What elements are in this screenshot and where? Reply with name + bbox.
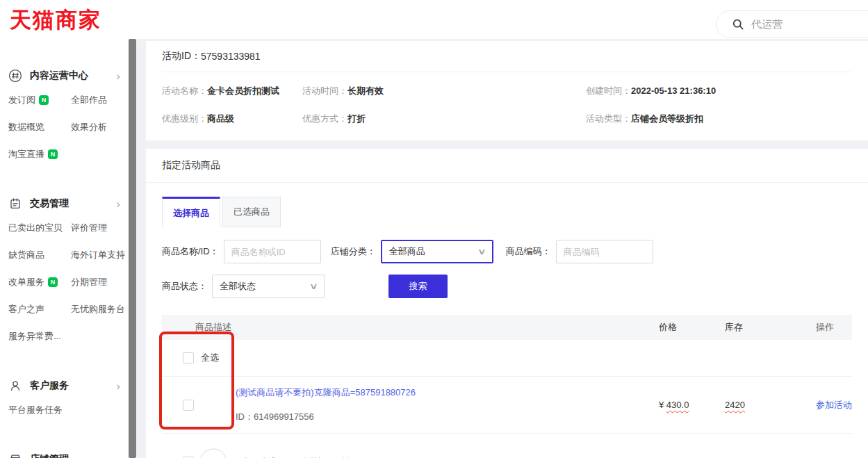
sidebar-item[interactable]: 服务异常费... xyxy=(8,329,71,343)
category-filter-label: 店铺分类： xyxy=(331,245,376,258)
chevron-down-icon: ∨ xyxy=(309,281,318,291)
select-all-label: 全选 xyxy=(201,352,219,364)
activity-id-label: 活动ID： xyxy=(162,50,201,63)
trade-icon xyxy=(8,197,22,211)
chevron-down-icon: ∨ xyxy=(477,247,486,256)
customer-service-icon xyxy=(8,379,22,393)
sidebar-item[interactable]: 数据概览 xyxy=(8,120,71,134)
product-filters: 商品名称/ID： 店铺分类： 全部商品 ∨ 商品编码： 商品状态： 全部状态 ∨… xyxy=(162,240,852,298)
new-badge: N xyxy=(48,277,58,287)
new-badge: N xyxy=(39,95,49,105)
content-center-icon xyxy=(8,69,22,83)
topbar: 天猫商家 代运营 xyxy=(0,0,868,39)
sidebar-section: 客户服务 › 平台服务任务 xyxy=(8,378,123,417)
activity-fields: 活动名称：金卡会员折扣测试活动时间：长期有效创建时间：2022-05-13 21… xyxy=(162,72,852,140)
activity-id-row: 活动ID： 57593133981 xyxy=(162,41,852,72)
sidebar-item[interactable]: 效果分析 xyxy=(71,120,123,134)
sidebar-item[interactable]: 淘宝直播N xyxy=(8,147,71,161)
sidebar-item[interactable]: 全部作品 xyxy=(71,93,123,107)
sidebar-section-header[interactable]: 客户服务 › xyxy=(8,378,123,393)
sidebar-item[interactable]: 发订阅N xyxy=(8,93,71,107)
column-action: 操作 xyxy=(802,321,852,334)
shop-category-select[interactable]: 全部商品 ∨ xyxy=(381,240,493,263)
product-status-select[interactable]: 全部状态 ∨ xyxy=(212,275,325,298)
product-id: ID：614969917556 xyxy=(236,411,416,423)
sidebar-item[interactable]: 平台服务任务 xyxy=(8,403,71,417)
chevron-right-icon: › xyxy=(116,454,120,458)
search-placeholder: 代运营 xyxy=(751,18,783,31)
product-title-link[interactable]: 天穹发布商品，测试请不要拍 xyxy=(233,456,350,458)
sidebar-item[interactable]: 缺货商品 xyxy=(8,248,71,262)
sidebar-scrollbar-thumb[interactable] xyxy=(129,39,136,458)
price-cell: ¥ 430.0 xyxy=(642,400,708,410)
sidebar-section-header[interactable]: 店铺管理 › xyxy=(8,452,123,458)
activity-field: 活动名称：金卡会员折扣测试 xyxy=(162,85,302,97)
activity-products-card: 指定活动商品 选择商品已选商品 商品名称/ID： 店铺分类： 全部商品 ∨ 商品… xyxy=(146,149,868,458)
activity-field: 优惠方式：打折 xyxy=(302,113,586,125)
divider xyxy=(146,182,868,183)
shop-icon xyxy=(8,452,22,458)
table-body: (测试商品请不要拍)克隆商品=587591880726ID：6149699175… xyxy=(162,377,852,458)
product-name-input[interactable] xyxy=(224,240,321,263)
activity-field: 优惠级别：商品级 xyxy=(162,113,302,125)
tab-chosen-products[interactable]: 已选商品 xyxy=(222,197,281,227)
activity-field: 活动时间：长期有效 xyxy=(302,85,586,97)
global-search-input[interactable]: 代运营 xyxy=(716,10,868,38)
sidebar-item[interactable]: 评价管理 xyxy=(71,221,125,235)
name-filter-label: 商品名称/ID： xyxy=(162,245,219,258)
search-button[interactable]: 搜索 xyxy=(388,275,448,298)
tmall-merchant-logo: 天猫商家 xyxy=(10,6,101,35)
product-tabs: 选择商品已选商品 xyxy=(162,197,852,227)
activity-field: 活动类型：店铺会员等级折扣 xyxy=(586,113,852,125)
table-row: 天穹发布商品，测试请不要拍 xyxy=(162,434,852,458)
sidebar-item[interactable]: 改单服务N xyxy=(8,275,71,289)
product-code-input[interactable] xyxy=(556,240,653,263)
table-header: 商品描述 价格 库存 操作 xyxy=(162,315,852,340)
sidebar-item[interactable]: 已卖出的宝贝 xyxy=(8,221,71,235)
products-table: 商品描述 价格 库存 操作 全选 (测试商品请不要拍)克隆商品=58759188… xyxy=(162,315,852,458)
sidebar-section-header[interactable]: 内容运营中心 › xyxy=(8,68,123,83)
activity-field: 创建时间：2022-05-13 21:36:10 xyxy=(586,85,852,97)
product-title-link[interactable]: (测试商品请不要拍)克隆商品=587591880726 xyxy=(236,386,416,399)
chevron-right-icon: › xyxy=(116,70,120,82)
sidebar-section: 交易管理 › 已卖出的宝贝评价管理缺货商品海外订单支持改单服务N分期管理客户之声… xyxy=(8,196,123,343)
join-activity-link[interactable]: 参加活动 xyxy=(816,400,852,410)
tab-selected-products-picker[interactable]: 选择商品 xyxy=(162,197,220,227)
stock-cell: 2420 xyxy=(708,400,802,410)
column-price: 价格 xyxy=(642,321,708,334)
panel-title: 指定活动商品 xyxy=(162,149,852,182)
sidebar-item[interactable]: 分期管理 xyxy=(71,275,125,289)
code-filter-label: 商品编码： xyxy=(506,245,551,258)
product-thumbnail xyxy=(199,448,227,458)
new-badge: N xyxy=(48,149,58,159)
status-filter-label: 商品状态： xyxy=(162,280,207,293)
sidebar-section: 店铺管理 › xyxy=(8,452,123,458)
chevron-right-icon: › xyxy=(116,380,120,392)
sidebar-nav: 内容运营中心 › 发订阅N全部作品数据概览效果分析淘宝直播N 交易管理 › 已卖… xyxy=(0,39,129,458)
search-icon xyxy=(732,18,744,31)
row-checkbox[interactable] xyxy=(183,400,194,411)
select-all-row: 全选 xyxy=(162,340,852,377)
column-desc: 商品描述 xyxy=(162,321,642,334)
sidebar-item[interactable]: 海外订单支持 xyxy=(71,248,125,262)
activity-summary-card: 活动ID： 57593133981 活动名称：金卡会员折扣测试活动时间：长期有效… xyxy=(146,41,868,140)
main-content: 活动ID： 57593133981 活动名称：金卡会员折扣测试活动时间：长期有效… xyxy=(136,39,868,458)
sidebar-section: 内容运营中心 › 发订阅N全部作品数据概览效果分析淘宝直播N xyxy=(8,68,123,161)
select-all-checkbox[interactable] xyxy=(183,352,194,363)
sidebar-item[interactable]: 客户之声 xyxy=(8,302,71,316)
column-stock: 库存 xyxy=(708,321,802,334)
sidebar-section-header[interactable]: 交易管理 › xyxy=(8,196,123,211)
chevron-right-icon: › xyxy=(116,198,120,210)
sidebar-item[interactable]: 无忧购服务台 xyxy=(71,302,125,316)
table-row: (测试商品请不要拍)克隆商品=587591880726ID：6149699175… xyxy=(162,377,852,434)
activity-id-value: 57593133981 xyxy=(201,51,261,62)
